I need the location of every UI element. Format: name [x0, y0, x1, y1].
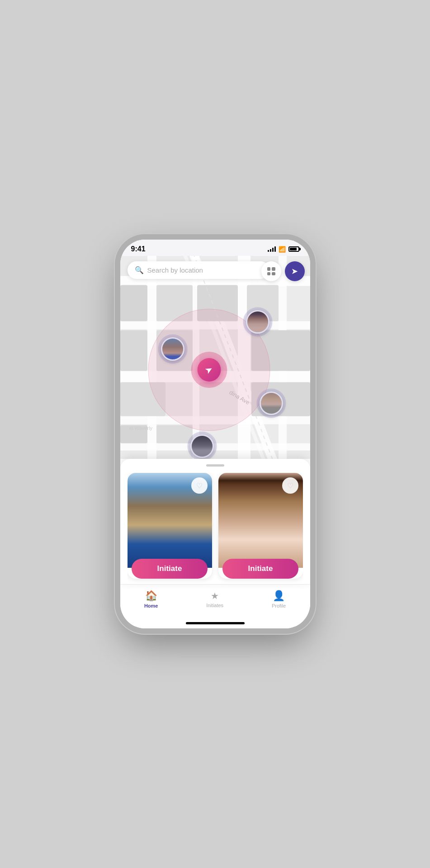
initiates-nav-label: Initiates	[206, 603, 223, 608]
signal-icon	[268, 246, 276, 252]
status-time: 9:41	[131, 245, 146, 253]
search-icon: 🔍	[135, 266, 144, 274]
bottom-navigation: 🏠 Home ★ Initiates 👤 Profile	[120, 584, 310, 618]
heart-button-2[interactable]: ♡	[282, 477, 298, 494]
profile-card-image-1: ♡	[128, 473, 212, 568]
map-area: dina Ave el Waverly 🔍 Search by location	[120, 256, 310, 459]
initiate-button-1[interactable]: Initiate	[132, 559, 208, 579]
nav-item-home[interactable]: 🏠 Home	[135, 588, 167, 610]
status-icons: 📶	[268, 246, 299, 253]
home-bar	[186, 622, 245, 624]
profile-cards-container: ♡ Initiate ♡ Initiate	[128, 473, 303, 584]
bottom-sheet: ♡ Initiate ♡ Initiate	[120, 459, 310, 584]
heart-icon-2: ♡	[287, 481, 293, 490]
current-location-pin[interactable]: ➤	[197, 358, 221, 382]
nav-item-initiates[interactable]: ★ Initiates	[197, 589, 232, 610]
location-arrow-icon: ➤	[203, 363, 215, 376]
home-nav-label: Home	[144, 603, 158, 609]
status-bar: 9:41 📶	[120, 240, 310, 256]
user-pin-1[interactable]	[161, 337, 184, 361]
search-bar[interactable]: 🔍 Search by location	[128, 261, 269, 279]
compass-icon: ➤	[291, 266, 298, 276]
profile-card-2[interactable]: ♡ Initiate	[218, 473, 303, 579]
home-indicator	[120, 618, 310, 628]
grid-view-button[interactable]	[261, 261, 281, 281]
svg-rect-16	[120, 285, 147, 321]
home-icon: 🏠	[145, 590, 157, 602]
phone-frame: 9:41 📶	[120, 240, 310, 628]
wifi-icon: 📶	[279, 246, 286, 253]
heart-icon-1: ♡	[196, 481, 203, 490]
sheet-handle	[206, 464, 224, 467]
profile-icon: 👤	[273, 590, 285, 602]
profile-card-1[interactable]: ♡ Initiate	[128, 473, 212, 579]
heart-button-1[interactable]: ♡	[191, 477, 208, 494]
phone-screen: 9:41 📶	[120, 240, 310, 628]
initiate-button-2[interactable]: Initiate	[222, 559, 298, 579]
svg-rect-23	[156, 425, 193, 443]
svg-rect-17	[120, 330, 147, 371]
map-controls: ➤	[261, 261, 305, 281]
profile-card-image-2: ♡	[218, 473, 303, 568]
grid-icon	[267, 267, 275, 275]
search-placeholder-text: Search by location	[147, 266, 203, 274]
nav-item-profile[interactable]: 👤 Profile	[263, 588, 295, 610]
svg-text:el Waverly: el Waverly	[129, 425, 152, 431]
user-pin-2[interactable]	[246, 310, 269, 334]
user-pin-4[interactable]	[190, 434, 214, 458]
battery-icon	[288, 246, 299, 252]
profile-nav-label: Profile	[272, 603, 286, 609]
compass-button[interactable]: ➤	[285, 261, 305, 281]
radar-inner-circle: ➤	[191, 352, 227, 388]
initiates-icon: ★	[211, 590, 219, 601]
user-pin-3[interactable]	[260, 392, 283, 415]
